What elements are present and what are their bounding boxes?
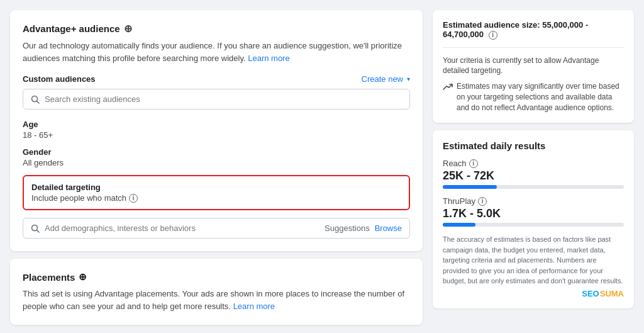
plus-icon: ⊕ [124,23,132,35]
thruplay-bar-fill [443,223,475,227]
chevron-down-icon: ▾ [407,76,410,82]
search-icon [31,95,40,104]
placements-learn-more-link[interactable]: Learn more [233,302,275,311]
daily-results-title: Estimated daily results [443,140,624,151]
detailed-targeting-title: Detailed targeting [31,183,401,192]
seosuma-brand: SEO SUMA [443,289,624,298]
audience-size-card: Estimated audience size: 55,000,000 - 64… [433,10,634,123]
targeting-note: Your criteria is currently set to allow … [443,55,624,77]
disclaimer-text: The accuracy of estimates is based on fa… [443,234,624,286]
estimate-note: Estimates may vary significantly over ti… [443,81,624,113]
svg-line-1 [37,101,40,103]
thruplay-bar-background [443,223,624,227]
divider [443,47,624,48]
reach-label: Reach i [443,159,624,168]
title-text: Advantage+ audience [23,23,120,34]
suggestions-label: Suggestions [325,223,370,233]
thruplay-metric: ThruPlay i 1.7K - 5.0K [443,196,624,227]
gender-label: Gender [23,147,410,157]
audience-size-title: Estimated audience size: 55,000,000 - 64… [443,20,624,40]
svg-line-3 [37,230,40,232]
gender-field: Gender All genders [23,147,410,167]
advantage-learn-more-link[interactable]: Learn more [248,54,289,63]
browse-link[interactable]: Browse [375,223,402,233]
targeting-search-box[interactable]: Suggestions Browse [23,218,410,239]
reach-metric: Reach i 25K - 72K [443,159,624,189]
age-field: Age 18 - 65+ [23,120,410,140]
audience-search-box[interactable] [23,89,410,110]
reach-bar-background [443,185,624,189]
reach-info-icon[interactable]: i [469,159,478,168]
advantage-audience-title: Advantage+ audience ⊕ [23,23,410,35]
thruplay-value: 1.7K - 5.0K [443,207,624,220]
age-value: 18 - 65+ [23,130,410,140]
gender-value: All genders [23,158,410,167]
placements-title: Placements ⊕ [23,271,410,283]
suma-brand-text: SUMA [600,289,624,298]
create-new-button[interactable]: Create new ▾ [362,74,410,84]
custom-audiences-label: Custom audiences [23,74,96,84]
age-label: Age [23,120,410,129]
placements-card: Placements ⊕ This ad set is using Advant… [10,259,423,325]
detailed-targeting-info-icon[interactable]: i [129,194,138,203]
placements-plus-icon: ⊕ [79,271,87,283]
detailed-targeting-subtitle: Include people who match i [31,193,401,203]
advantage-audience-card: Advantage+ audience ⊕ Our ad technology … [10,10,423,251]
targeting-search-icon [31,224,40,233]
estimated-daily-card: Estimated daily results Reach i 25K - 72… [433,130,634,308]
reach-value: 25K - 72K [443,169,624,183]
reach-bar-fill [443,185,497,189]
thruplay-label: ThruPlay i [443,196,624,206]
trend-icon [443,82,453,113]
seo-brand-text: SEO [582,289,599,298]
audience-size-info-icon[interactable]: i [489,31,497,40]
targeting-search-input[interactable] [45,223,319,233]
custom-audiences-header: Custom audiences Create new ▾ [23,74,410,84]
detailed-targeting-box: Detailed targeting Include people who ma… [23,175,410,210]
thruplay-info-icon[interactable]: i [478,197,487,206]
advantage-audience-description: Our ad technology automatically finds yo… [23,40,410,64]
audience-search-input[interactable] [45,94,402,104]
search-actions: Suggestions Browse [325,223,402,233]
placements-description: This ad set is using Advantage placement… [23,288,410,312]
